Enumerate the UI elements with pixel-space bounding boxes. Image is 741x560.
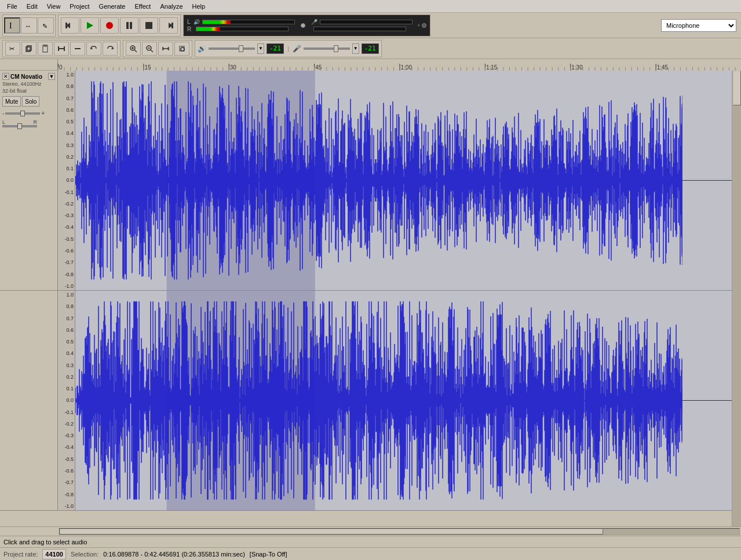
record-meter-r: [313, 27, 406, 31]
forward-button[interactable]: [159, 17, 178, 34]
edit-tools-group: ✂: [2, 40, 121, 57]
meter-l-label: L: [187, 19, 191, 25]
svg-line-28: [151, 50, 153, 52]
device-group: Microphone Line In Built-in Input: [659, 14, 739, 36]
main-content: ✕ CM Novatio ▼ Stereo, 44100Hz 32-bit fl…: [0, 59, 741, 536]
snap-label: [Snap-To Off]: [250, 551, 287, 558]
meter-options-btn[interactable]: [301, 23, 305, 28]
svg-rect-9: [145, 22, 152, 29]
playback-meter-l: [202, 20, 295, 24]
meter-gain-btn[interactable]: [422, 23, 426, 28]
toolbar-row2: ✂: [0, 38, 741, 59]
pan-slider-1[interactable]: [2, 125, 37, 127]
zoom-selection-button[interactable]: [174, 42, 189, 56]
cut-button[interactable]: ✂: [5, 42, 20, 56]
svg-rect-14: [27, 46, 31, 50]
zoom-out-button[interactable]: [142, 42, 157, 56]
track-collapse-button-1[interactable]: ▼: [48, 73, 55, 80]
playback-volume-slider[interactable]: [209, 42, 255, 56]
track-container-2: 1.0 0.8 0.7 0.6 0.5 0.4 0.3 0.2 0.1 0.0 …: [0, 291, 732, 511]
zoom-tools-group: [123, 40, 192, 57]
mute-button-1[interactable]: Mute: [2, 96, 21, 107]
project-rate-value[interactable]: 44100: [42, 549, 66, 559]
playback-db-display: -21: [267, 43, 284, 54]
meter-lr-label: L R: [187, 19, 191, 32]
copy-button[interactable]: [21, 42, 36, 56]
mic-dropdown[interactable]: ▼: [352, 43, 359, 54]
silence-button[interactable]: [70, 42, 85, 56]
timeline-ruler: [0, 59, 741, 71]
level-meters-group: L R 🔊 🎤: [183, 14, 430, 36]
v-scrollbar-thumb[interactable]: [733, 71, 741, 105]
menu-effect[interactable]: Effect: [130, 2, 155, 11]
mic-icon: 🎤: [293, 45, 301, 53]
redo-button[interactable]: [103, 42, 118, 56]
record-meter-l: [320, 20, 413, 24]
waveform-area-2[interactable]: 1.0 0.8 0.7 0.6 0.5 0.4 0.3 0.2 0.1 0.0 …: [58, 291, 732, 510]
svg-marker-5: [87, 22, 93, 29]
menu-file[interactable]: File: [2, 2, 22, 11]
vertical-scrollbar[interactable]: [732, 71, 741, 526]
envelope-tool-button[interactable]: ↔: [21, 17, 37, 34]
volume-dropdown[interactable]: ▼: [257, 43, 264, 54]
track-container-1: ✕ CM Novatio ▼ Stereo, 44100Hz 32-bit fl…: [0, 71, 732, 291]
paste-button[interactable]: [38, 42, 53, 56]
undo-button[interactable]: [86, 42, 101, 56]
svg-rect-4: [65, 23, 67, 28]
meter-r-label: R: [187, 26, 191, 32]
svg-text:↔: ↔: [25, 23, 31, 30]
track-info-bitdepth: 32-bit float: [2, 88, 55, 94]
menu-view[interactable]: View: [42, 2, 65, 11]
fit-project-button[interactable]: [158, 42, 173, 56]
waveform-canvas-top: [75, 71, 732, 290]
pause-button[interactable]: [120, 17, 138, 34]
toolbar-row1: I ↔ ✎: [0, 13, 741, 38]
trim-button[interactable]: [54, 42, 69, 56]
playback-meter-r: [196, 27, 289, 31]
project-rate-label: Project rate:: [3, 551, 38, 558]
record-meters: 🎤: [311, 19, 413, 31]
svg-text:I: I: [9, 21, 12, 30]
rewind-button[interactable]: [61, 17, 79, 34]
mic-volume-slider[interactable]: [304, 42, 350, 56]
status-bar: Click and drag to select audio: [0, 536, 741, 547]
horizontal-scrollbar[interactable]: [59, 528, 740, 535]
select-tool-button[interactable]: I: [4, 17, 20, 34]
draw-tool-button[interactable]: ✎: [38, 17, 54, 34]
status-hint: Click and drag to select audio: [3, 539, 87, 546]
play-button[interactable]: [81, 17, 99, 34]
track-info-stereo: Stereo, 44100Hz: [2, 81, 55, 87]
device-selector[interactable]: Microphone Line In Built-in Input: [661, 19, 736, 32]
stop-button[interactable]: [140, 17, 158, 34]
svg-rect-8: [130, 22, 132, 29]
waveform-area-1[interactable]: 1.0 0.8 0.7 0.6 0.5 0.4 0.3 0.2 0.1 0.0 …: [58, 71, 732, 290]
svg-rect-13: [26, 47, 30, 52]
zoom-in-button[interactable]: [126, 42, 141, 56]
track-close-button-1[interactable]: ✕: [2, 73, 9, 80]
volume-sep: |: [287, 45, 289, 52]
track-name-1: CM Novatio: [10, 74, 47, 80]
menu-edit[interactable]: Edit: [22, 2, 42, 11]
menu-project[interactable]: Project: [65, 2, 94, 11]
h-scrollbar-thumb[interactable]: [60, 529, 603, 535]
svg-text:✂: ✂: [9, 45, 14, 52]
selection-value: 0:16.089878 - 0:42.445691 (0:26.355813 m…: [103, 551, 245, 558]
transport-group: [58, 14, 181, 36]
gain-slider-1[interactable]: [5, 112, 40, 115]
svg-rect-16: [44, 45, 46, 46]
volume-group: 🔊 ▼ -21 | 🎤 ▼ -21: [195, 40, 382, 57]
gain-minus-1[interactable]: -: [2, 110, 4, 116]
mic-db-display: -21: [362, 43, 379, 54]
svg-text:✎: ✎: [42, 23, 48, 30]
gain-plus-1[interactable]: +: [41, 110, 45, 116]
tools-group: I ↔ ✎: [2, 14, 56, 36]
menu-analyze[interactable]: Analyze: [155, 2, 187, 11]
track-area: ✕ CM Novatio ▼ Stereo, 44100Hz 32-bit fl…: [0, 59, 741, 536]
volume-icon: 🔊: [198, 45, 206, 53]
solo-button-1[interactable]: Solo: [22, 96, 39, 107]
svg-line-24: [134, 50, 137, 52]
menu-generate[interactable]: Generate: [94, 2, 130, 11]
menu-help[interactable]: Help: [188, 2, 210, 11]
record-button[interactable]: [100, 17, 119, 34]
menu-bar: File Edit View Project Generate Effect A…: [0, 0, 741, 13]
